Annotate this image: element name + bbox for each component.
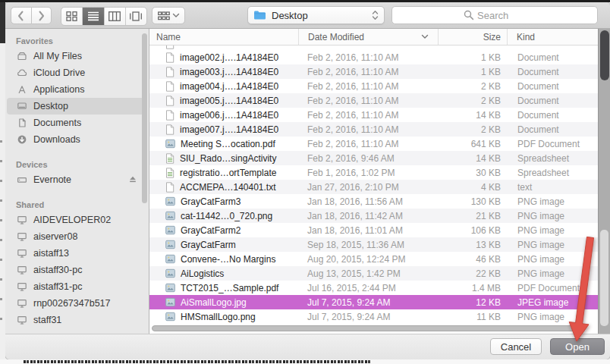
file-row-image004-j-1a4184e0[interactable]: image004.j….1A4184E0Feb 2, 2016, 11:10 A… — [149, 79, 598, 93]
cancel-button[interactable]: Cancel — [490, 338, 542, 355]
file-kind: Document — [507, 96, 598, 106]
horizontal-scrollbar — [149, 325, 598, 332]
file-row-graycatfarm[interactable]: GrayCatFarmSep 18, 2015, 11:36 AM13 KBPN… — [149, 237, 598, 252]
file-row-graycatfarm3[interactable]: GrayCatFarm3Jan 18, 2016, 11:56 AM130 KB… — [149, 194, 598, 209]
file-size: 11 KB — [438, 312, 507, 322]
file-date-modified: Jan 18, 2016, 11:56 AM — [298, 196, 438, 207]
dialog-toolbar: Desktop — [5, 2, 610, 29]
file-row-siu-rado-singactivity[interactable]: SIU_Rado…singActivityFeb 2, 2016, 9:46 A… — [149, 151, 598, 165]
sidebar-item-downloads[interactable]: Downloads — [7, 131, 147, 148]
file-row-image007-j-1a4184e0[interactable]: image007.j….1A4184E0Feb 2, 2016, 11:10 A… — [149, 122, 598, 136]
icon-view-icon — [66, 11, 77, 21]
file-row-cat-11442-0-720-png[interactable]: cat-11442…0_720.pngJan 18, 2016, 11:42 A… — [149, 209, 598, 223]
column-view-icon — [108, 11, 121, 21]
search-field[interactable] — [391, 6, 598, 24]
document-icon — [165, 67, 175, 77]
forward-button[interactable] — [32, 7, 52, 24]
column-header-date-modified[interactable]: Date Modified — [298, 29, 438, 45]
file-name: image005.j….1A4184E0 — [149, 96, 298, 106]
file-row-convene-no-margins[interactable]: Convene-…No MarginsAug 20, 2015, 12:24 P… — [149, 252, 598, 266]
spreadsheet-icon — [165, 168, 175, 178]
sidebar-item-evernote[interactable]: Evernote — [7, 171, 147, 188]
file-row-tct2015-sample-pdf[interactable]: TCT2015_…Sample.pdfJul 16, 2015, 2:44 PM… — [149, 281, 598, 295]
background-left-edge — [0, 2, 5, 359]
red-arrow-annotation — [558, 231, 610, 345]
sidebar-item-all-my-files[interactable]: All My Files — [7, 48, 147, 64]
file-name: AiLogistics — [149, 268, 298, 279]
file-size: 12 KB — [438, 297, 507, 308]
sidebar-item-aistaff13[interactable]: aistaff13 — [7, 245, 147, 262]
file-date-modified: Feb 2, 2016, 11:10 AM — [298, 67, 438, 77]
file-size: 4 KB — [438, 182, 507, 193]
search-input[interactable] — [477, 10, 526, 21]
file-kind: Document — [507, 124, 598, 135]
file-size: 106 KB — [438, 225, 507, 236]
sidebar-section-label: Shared — [16, 200, 149, 209]
file-size: 21 KB — [438, 211, 507, 221]
file-row-accmepa-140401-txt[interactable]: ACCMEPA…140401.txtJan 27, 2016, 2:10 PM4… — [149, 180, 598, 194]
column-header-size[interactable]: Size — [438, 29, 507, 45]
file-name: image006.j….1A4184E0 — [149, 110, 298, 121]
sidebar-item-documents[interactable]: Documents — [7, 115, 147, 131]
location-popup-value: Desktop — [272, 10, 366, 21]
file-size: 130 KB — [438, 196, 507, 207]
image-icon — [165, 283, 175, 293]
arrange-icon — [158, 11, 170, 20]
docs-icon — [16, 118, 27, 128]
file-size: 22 KB — [438, 268, 507, 279]
file-row-image005-j-1a4184e0[interactable]: image005.j….1A4184E0Feb 2, 2016, 11:10 A… — [149, 93, 598, 108]
file-row-image006-j-1a4184e0[interactable]: image006.j….1A4184E0Feb 2, 2016, 11:10 A… — [149, 108, 598, 122]
sidebar-item-aistaff31-pc[interactable]: aistaff31-pc — [7, 278, 147, 295]
sidebar-scrollbar[interactable] — [142, 33, 147, 203]
horizontal-scrollbar-thumb[interactable] — [152, 325, 581, 331]
sidebar-item-label: Documents — [33, 118, 81, 128]
file-name: HMSmallLogo.png — [149, 312, 298, 322]
open-file-dialog: Desktop FavoritesAll My FilesiCloud Driv… — [5, 2, 610, 359]
list-scrollbar-thumb[interactable] — [600, 30, 609, 80]
sidebar-item-applications[interactable]: Applications — [7, 81, 147, 98]
sidebar-item-aistaff30-pc[interactable]: aistaff30-pc — [7, 262, 147, 278]
file-date-modified: Feb 2, 2016, 11:10 AM — [298, 96, 438, 106]
list-view-button[interactable] — [82, 8, 103, 25]
view-mode-segmented-control — [61, 7, 147, 26]
file-size: 14 KB — [438, 153, 507, 164]
arrange-menu-button[interactable] — [152, 7, 185, 24]
file-size: 13 KB — [438, 240, 507, 250]
sidebar-item-staff31[interactable]: staff31 — [7, 312, 147, 328]
file-name: GrayCatFarm — [149, 240, 298, 250]
coverflow-view-button[interactable] — [125, 8, 146, 25]
image-icon — [165, 139, 175, 149]
sidebar-item-icloud-drive[interactable]: iCloud Drive — [7, 64, 147, 81]
column-header-name[interactable]: Name — [149, 29, 298, 45]
file-row-image003-j-1a4184e0[interactable]: image003.j….1A4184E0Feb 2, 2016, 11:10 A… — [149, 64, 598, 79]
chevron-left-icon — [17, 10, 25, 22]
icon-view-button[interactable] — [61, 8, 82, 25]
sidebar-item-desktop[interactable]: Desktop — [7, 98, 147, 115]
file-size: 2 KB — [438, 81, 507, 92]
file-row-graycatfarm2[interactable]: GrayCatFarm2Jan 18, 2016, 11:01 AM106 KB… — [149, 223, 598, 237]
back-button[interactable] — [11, 7, 32, 24]
file-row-meeting-s-ocation-pdf[interactable]: Meeting S…ocation.pdfFeb 2, 2016, 11:10 … — [149, 136, 598, 151]
file-date-modified: Feb 2, 2016, 11:10 AM — [298, 81, 438, 92]
file-name: image007.j….1A4184E0 — [149, 124, 298, 135]
display-icon — [16, 265, 27, 275]
file-row-image002-j-1a4184e0[interactable]: image002.j….1A4184E0Feb 2, 2016, 11:10 A… — [149, 50, 598, 64]
downloads-icon — [16, 134, 27, 145]
file-date-modified: Aug 13, 2015, 1:42 PM — [298, 268, 438, 279]
sidebar-item-aiserver08[interactable]: aiserver08 — [7, 228, 147, 245]
file-size: 14 KB — [438, 110, 507, 121]
sidebar-item-label: All My Files — [33, 51, 82, 61]
file-row-hmsmalllogo-png[interactable]: HMSmallLogo.pngJul 7, 2015, 9:24 AM11 KB… — [149, 309, 598, 324]
file-date-modified: Jan 27, 2016, 2:10 PM — [298, 182, 438, 193]
column-view-button[interactable] — [104, 8, 125, 25]
image-icon — [165, 196, 175, 206]
file-row-ailogistics[interactable]: AiLogisticsAug 13, 2015, 1:42 PM22 KBPNG… — [149, 266, 598, 281]
eject-icon[interactable] — [127, 175, 138, 184]
file-row-registratio-orttemplate[interactable]: registratio…ortTemplateFeb 1, 2016, 1:02… — [149, 165, 598, 180]
file-row-aismalllogo-jpg[interactable]: AiSmallLogo.jpgJul 7, 2015, 9:24 AM12 KB… — [149, 295, 598, 309]
sidebar-item-rnp00267347b517[interactable]: rnp00267347b517 — [7, 295, 147, 312]
sidebar-item-label: staff31 — [33, 315, 61, 325]
sidebar-item-aideveloper02[interactable]: AIDEVELOPER02 — [7, 212, 147, 228]
column-header-kind[interactable]: Kind — [507, 29, 598, 45]
location-popup[interactable]: Desktop — [247, 6, 385, 24]
